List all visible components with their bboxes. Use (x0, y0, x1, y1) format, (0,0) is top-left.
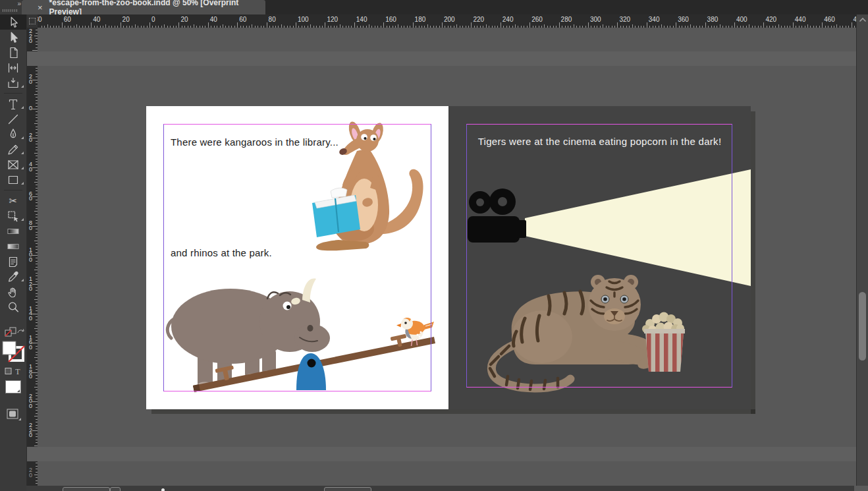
ruler-tick (647, 22, 647, 28)
ruler-label: 160 (385, 16, 396, 23)
page-seam (448, 106, 449, 409)
rectangle-icon (6, 173, 20, 187)
ruler-label: 320 (619, 16, 630, 23)
tiger-illustration[interactable] (490, 275, 656, 390)
ruler-label: 120 (327, 16, 338, 23)
preflight-box[interactable] (324, 487, 371, 491)
toolbar-panel-header[interactable]: » (0, 0, 22, 14)
ruler-label: 300 (590, 16, 601, 23)
tool-hand[interactable] (0, 284, 26, 299)
tool-zoom[interactable] (0, 299, 26, 314)
tool-rectangle[interactable] (0, 172, 26, 187)
ruler-label: 360 (678, 16, 689, 23)
apply-color-button[interactable] (5, 380, 21, 393)
document-tab[interactable]: × *escape-from-the-zoo-book.indd @ 50% [… (22, 0, 265, 14)
ruler-label: 440 (795, 16, 806, 23)
projector-illustration[interactable] (468, 188, 526, 243)
tool-content-collector[interactable] (0, 75, 26, 90)
popcorn-bucket-illustration[interactable] (642, 312, 686, 373)
ruler-label: 220 (473, 16, 484, 23)
page-right[interactable]: Tigers were at the cinema eating popcorn… (448, 106, 751, 409)
ruler-label: 4 0 (29, 162, 32, 172)
ruler-tick (62, 22, 63, 28)
ruler-tick (822, 22, 823, 28)
tool-rectangle-frame[interactable] (0, 157, 26, 172)
ruler-tick (32, 80, 38, 80)
scrollbar-corner (854, 486, 868, 491)
eyedropper-icon (6, 270, 20, 284)
swatch-area: T (0, 323, 26, 421)
right-page-artwork[interactable] (448, 106, 751, 409)
pasteboard-gap-band-top (27, 51, 856, 66)
close-tab-icon[interactable]: × (38, 3, 43, 13)
ruler-label: 1 6 0 (29, 335, 32, 351)
tool-selection[interactable] (0, 14, 26, 30)
scroll-up-icon[interactable] (859, 17, 867, 22)
tool-eyedropper[interactable] (0, 269, 26, 284)
ruler-label: 1 4 0 (29, 306, 32, 322)
scrollbar-thumb[interactable] (859, 292, 866, 361)
tool-direct-selection[interactable] (0, 30, 26, 45)
ruler-label: 80 (38, 16, 42, 23)
ruler-label: 1 8 0 (29, 364, 32, 380)
spread[interactable]: There were kangaroos in the library... a… (146, 106, 751, 409)
formatting-container-toggle (5, 368, 11, 374)
light-beam (525, 169, 751, 286)
rhino-seesaw-illustration[interactable] (167, 279, 435, 392)
right-page-caption[interactable]: Tigers were at the cinema eating popcorn… (448, 136, 751, 147)
ruler-label: 2 2 0 (29, 29, 32, 44)
ruler-tick (178, 22, 179, 28)
tool-free-transform[interactable] (0, 208, 26, 223)
page-left[interactable]: There were kangaroos in the library... a… (146, 106, 448, 409)
content-collector-icon (6, 76, 20, 90)
page-number-field[interactable] (63, 487, 110, 491)
tool-scissors[interactable]: ✂ (0, 193, 26, 208)
tool-pencil[interactable] (0, 142, 26, 157)
tool-pen[interactable] (0, 127, 26, 142)
ruler-origin-icon (29, 18, 36, 24)
tool-gradient-feather[interactable] (0, 239, 26, 254)
page-nav-dropdown[interactable] (110, 487, 121, 491)
ruler-label: 2 0 0 (29, 394, 32, 409)
hand-icon (6, 285, 20, 299)
ruler-tick (413, 22, 414, 28)
ruler-label: 340 (649, 16, 660, 23)
tool-type[interactable] (0, 96, 26, 111)
tool-gap[interactable] (0, 60, 26, 75)
ruler-tick (588, 22, 589, 28)
ruler-tick (32, 343, 38, 343)
ruler-tick (617, 22, 618, 28)
ruler-tick (442, 22, 443, 28)
vertical-scrollbar[interactable] (856, 14, 868, 486)
tool-note[interactable] (0, 254, 26, 269)
fill-stroke-swatches[interactable] (0, 341, 26, 363)
left-page-text-top[interactable]: There were kangaroos in the library... (171, 136, 339, 148)
preflight-status-dot (161, 488, 165, 491)
ruler-label: 280 (561, 16, 572, 23)
collapse-panel-chevrons-icon[interactable]: » (17, 0, 20, 7)
ruler-tick (32, 167, 38, 168)
left-page-text-bottom[interactable]: and rhinos at the park. (171, 247, 272, 258)
ruler-label: 180 (415, 16, 426, 23)
screen-mode-button[interactable] (5, 408, 21, 421)
tool-page[interactable] (0, 45, 26, 60)
ruler-label: 1 0 0 (29, 248, 32, 263)
ruler-tick (267, 22, 267, 28)
tool-gradient-swatch[interactable] (0, 223, 26, 239)
ruler-origin-corner[interactable] (27, 14, 38, 28)
ruler-tick (793, 22, 794, 28)
ruler-tick (529, 22, 530, 28)
ruler-tick (121, 22, 121, 28)
ruler-label: 0 (151, 16, 155, 23)
tool-line[interactable] (0, 111, 26, 127)
fill-stroke-proxy-icon[interactable] (0, 326, 26, 337)
ruler-tick (32, 255, 38, 256)
formatting-toggles[interactable]: T (0, 366, 26, 376)
ruler-tick (32, 284, 38, 285)
pasteboard[interactable]: There were kangaroos in the library... a… (38, 28, 856, 486)
direct-selection-icon (6, 30, 20, 45)
spread-shadow-right (751, 111, 755, 414)
horizontal-ruler[interactable]: 8060402002040608010012014016018020022024… (38, 14, 856, 28)
svg-text:✂: ✂ (9, 195, 18, 206)
vertical-ruler[interactable]: 2 002 04 06 08 01 0 01 2 01 4 01 6 01 8 … (27, 28, 38, 486)
